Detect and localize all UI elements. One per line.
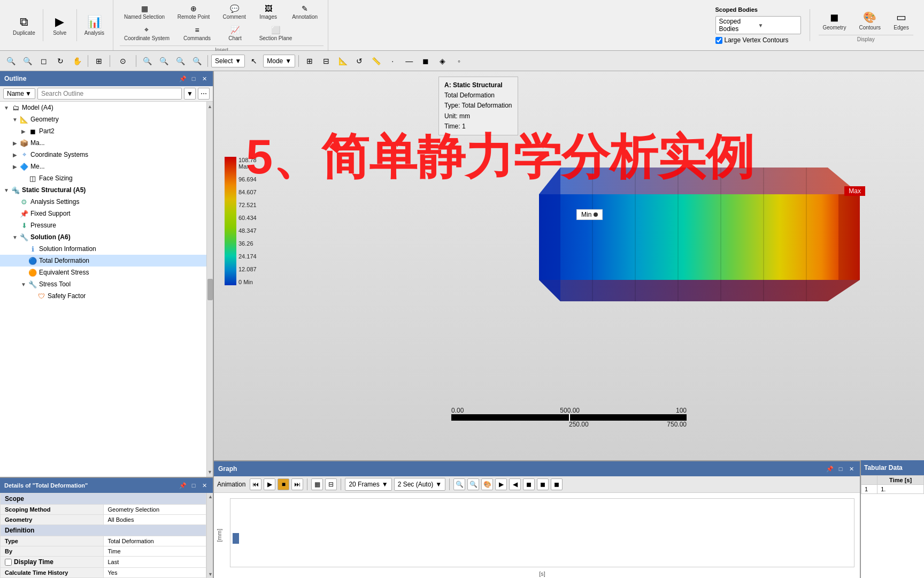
type-value[interactable]: Total Deformation	[103, 536, 206, 546]
grid-btn[interactable]: ⊞	[302, 54, 317, 68]
section-plane-button[interactable]: ⬜ Section Plane	[253, 24, 298, 43]
part2-toggle[interactable]: ▶	[19, 127, 28, 135]
measure-btn[interactable]: 📐	[335, 54, 350, 68]
materials-toggle[interactable]: ▶	[11, 139, 19, 147]
tree-item-mesh[interactable]: ▶ 🔷 Me...	[0, 161, 206, 172]
face-btn[interactable]: ◼	[418, 54, 433, 68]
scroll-up-btn[interactable]: ▲	[207, 102, 213, 279]
comment-button[interactable]: 💬 Comment	[218, 2, 250, 22]
duplicate-button[interactable]: ⧉ Duplicate	[9, 13, 40, 38]
display-time-checkbox[interactable]	[5, 559, 12, 566]
static-structural-toggle[interactable]: ▼	[2, 186, 11, 194]
viewport-3d[interactable]: A: Static Structural Total Deformation T…	[214, 71, 924, 460]
tree-item-equivalent-stress[interactable]: ▶ 🟠 Equivalent Stress	[0, 267, 206, 278]
solution-toggle[interactable]: ▼	[11, 233, 19, 241]
anim-fit-btn[interactable]: 🔍	[467, 478, 479, 490]
select-icon-btn[interactable]: ↖	[247, 54, 261, 68]
zoom-window-btn[interactable]: 🔍	[156, 54, 171, 68]
graph-pin-icon[interactable]: 📌	[826, 465, 834, 473]
fit-btn[interactable]: ⊞	[91, 54, 106, 68]
zoom-in-btn[interactable]: 🔍	[20, 54, 35, 68]
anim-rewind-btn[interactable]: ◀	[509, 478, 521, 490]
anim-extra2-btn[interactable]: ◼	[537, 478, 549, 490]
by-value[interactable]: Time	[103, 546, 206, 557]
anim-stop-btn[interactable]: ■	[278, 478, 289, 490]
details-pin-icon[interactable]: 📌	[179, 481, 187, 490]
chart-button[interactable]: 📈 Chart	[220, 24, 250, 43]
graph-slider-thumb[interactable]	[233, 533, 239, 544]
anim-play-btn[interactable]: ▶	[264, 478, 275, 490]
tree-item-pressure[interactable]: ▶ ⬇ Pressure	[0, 219, 206, 231]
scroll-down-btn[interactable]: ▼	[207, 300, 213, 477]
mode-dropdown[interactable]: Mode ▼	[263, 55, 295, 67]
anim-type1-btn[interactable]: ▦	[311, 478, 323, 490]
box-select-btn[interactable]: ◻	[36, 54, 51, 68]
geometry-toggle[interactable]: ▼	[11, 115, 19, 124]
anim-last-btn[interactable]: ⏭	[291, 478, 303, 490]
rotate-btn[interactable]: ↻	[53, 54, 68, 68]
sec-dropdown[interactable]: 2 Sec (Auto) ▼	[394, 478, 446, 491]
commands-button[interactable]: ≡ Commands	[177, 24, 217, 43]
graph-maximize-icon[interactable]: □	[836, 465, 845, 473]
anim-zoom-btn[interactable]: 🔍	[453, 478, 465, 490]
tree-item-coord[interactable]: ▶ ⌖ Coordinate Systems	[0, 149, 206, 161]
tree-item-face-sizing[interactable]: ▶ ◫ Face Sizing	[0, 172, 206, 184]
contours-button[interactable]: 🎨 Contours	[854, 9, 885, 33]
tree-item-static-structural[interactable]: ▼ 🔩 Static Structural (A5)	[0, 184, 206, 196]
outline-maximize-icon[interactable]: □	[189, 74, 198, 83]
calc-time-value[interactable]: Yes	[103, 568, 206, 578]
reset-btn[interactable]: ↺	[352, 54, 367, 68]
tree-item-analysis-settings[interactable]: ▶ ⚙ Analysis Settings	[0, 196, 206, 208]
coordinate-system-button[interactable]: ⌖ Coordinate System	[120, 23, 174, 43]
pan-btn[interactable]: ✋	[70, 54, 84, 68]
anim-type2-btn[interactable]: ⊟	[325, 478, 337, 490]
details-scroll-up[interactable]: ▲	[207, 493, 213, 500]
tree-item-geometry[interactable]: ▼ 📐 Geometry	[0, 113, 206, 125]
outline-pin-icon[interactable]: 📌	[179, 74, 187, 83]
tree-scrollbar[interactable]: ▲ ▼	[206, 102, 213, 477]
edges-button[interactable]: ▭ Edges	[889, 9, 913, 33]
geometry-detail-value[interactable]: All Bodies	[103, 515, 206, 525]
remote-point-button[interactable]: ⊕ Remote Point	[172, 2, 215, 22]
tree-item-solution[interactable]: ▼ 🔧 Solution (A6)	[0, 231, 206, 243]
images-button[interactable]: 🖼 Images	[253, 2, 283, 22]
geometry-display-button[interactable]: ◼ Geometry	[819, 9, 851, 33]
tree-item-solution-info[interactable]: ▶ ℹ Solution Information	[0, 243, 206, 255]
snap-btn[interactable]: ⊟	[319, 54, 334, 68]
solve-button[interactable]: ▶ Solve	[47, 13, 73, 38]
edge-btn[interactable]: —	[402, 54, 417, 68]
zoom-to-fit-btn[interactable]: 🔍	[140, 54, 155, 68]
vertex-btn[interactable]: ◦	[451, 54, 466, 68]
scoping-method-value[interactable]: Geometry Selection	[103, 505, 206, 515]
orient-btn[interactable]: ⊙	[113, 54, 133, 68]
tree-item-fixed-support[interactable]: ▶ 📌 Fixed Support	[0, 208, 206, 219]
annotation-button[interactable]: ✎ Annotation	[286, 2, 324, 22]
zoom-reset-btn[interactable]: 🔍	[189, 54, 204, 68]
graph-close-icon[interactable]: ✕	[847, 465, 856, 473]
stress-tool-toggle[interactable]: ▼	[19, 280, 28, 288]
tree-item-total-deformation[interactable]: ▶ 🔵 Total Deformation	[0, 255, 206, 267]
model-toggle[interactable]: ▼	[2, 103, 11, 112]
details-maximize-icon[interactable]: □	[189, 481, 198, 490]
named-selection-button[interactable]: ▦ Named Selection	[120, 2, 169, 22]
zoom-box-btn[interactable]: 🔍	[173, 54, 188, 68]
analysis-button[interactable]: 📊 Analysis	[80, 13, 109, 38]
anim-first-btn[interactable]: ⏮	[250, 478, 261, 490]
details-close-icon[interactable]: ✕	[200, 481, 209, 490]
tree-item-stress-tool[interactable]: ▼ 🔧 Stress Tool	[0, 278, 206, 290]
name-dropdown[interactable]: Name ▼	[3, 88, 35, 99]
point-btn[interactable]: ·	[385, 54, 400, 68]
body-btn[interactable]: ◈	[435, 54, 450, 68]
select-dropdown[interactable]: Select ▼	[211, 55, 245, 67]
anim-extra1-btn[interactable]: ◼	[523, 478, 535, 490]
anim-color-btn[interactable]: 🎨	[481, 478, 493, 490]
tree-item-materials[interactable]: ▶ 📦 Ma...	[0, 137, 206, 149]
details-scrollbar[interactable]: ▲ ▼	[206, 493, 213, 578]
search-options-btn[interactable]: ⋯	[198, 88, 210, 100]
coord-toggle[interactable]: ▶	[11, 150, 19, 159]
zoom-out-btn[interactable]: 🔍	[3, 54, 18, 68]
search-input[interactable]	[37, 88, 182, 100]
outline-close-icon[interactable]: ✕	[200, 74, 209, 83]
tree-item-safety-factor[interactable]: ▶ 🛡 Safety Factor	[0, 290, 206, 302]
display-time-value[interactable]: Last	[103, 557, 206, 568]
